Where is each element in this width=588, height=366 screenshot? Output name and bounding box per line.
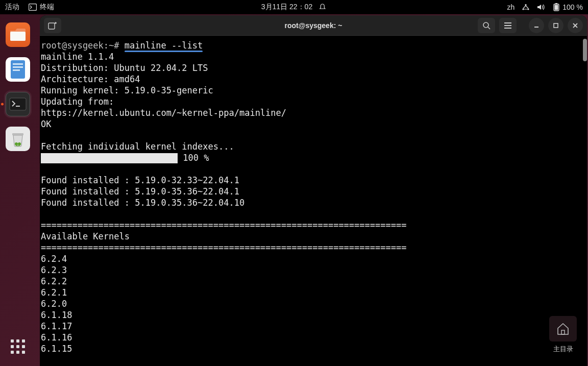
- maximize-button[interactable]: [548, 18, 564, 33]
- kernel-list: 6.2.4 6.2.3 6.2.2 6.2.1 6.2.0 6.1.18 6.1…: [41, 253, 586, 354]
- svg-point-3: [528, 8, 529, 10]
- desktop-home-shortcut[interactable]: 主目录: [549, 316, 577, 354]
- svg-point-15: [15, 142, 18, 145]
- top-bar: 活动 终端 3月11日 22：02 zh 100 %: [0, 0, 588, 14]
- desktop-home-label: 主目录: [549, 345, 577, 354]
- close-icon: [572, 22, 578, 29]
- window-titlebar: root@sysgeek: ~: [40, 15, 587, 36]
- svg-point-18: [483, 22, 488, 28]
- search-button[interactable]: [478, 18, 495, 33]
- input-lang[interactable]: zh: [507, 3, 515, 11]
- hamburger-menu-button[interactable]: [499, 18, 517, 33]
- svg-rect-9: [13, 63, 23, 65]
- terminal-output-middle: Found installed : 5.19.0-32.33~22.04.1 F…: [41, 163, 586, 253]
- svg-rect-6: [555, 5, 558, 10]
- prompt-prefix: root@sysgeek:~#: [41, 40, 119, 51]
- minimize-icon: [533, 22, 540, 29]
- battery-indicator[interactable]: 100 %: [552, 3, 583, 11]
- dock-terminal[interactable]: [6, 92, 30, 116]
- svg-rect-24: [554, 23, 558, 28]
- new-tab-icon: [48, 21, 57, 30]
- maximize-icon: [553, 22, 559, 29]
- scrollbar-thumb[interactable]: [583, 39, 587, 61]
- hamburger-icon: [504, 22, 512, 29]
- progress-bar: [41, 153, 178, 163]
- battery-icon: [552, 3, 560, 11]
- new-tab-button[interactable]: [44, 18, 61, 33]
- svg-rect-10: [13, 66, 23, 68]
- home-icon: [549, 316, 577, 341]
- terminal-output-header: mainline 1.1.4 Distribution: Ubuntu 22.0…: [41, 51, 586, 152]
- clock[interactable]: 3月11日 22：02: [261, 3, 312, 12]
- svg-rect-11: [13, 69, 20, 71]
- volume-icon[interactable]: [537, 3, 545, 11]
- svg-rect-7: [10, 32, 26, 41]
- svg-rect-27: [561, 330, 565, 334]
- minimize-button[interactable]: [529, 18, 544, 33]
- svg-rect-17: [48, 23, 55, 29]
- terminal-window: root@sysgeek: ~ root@sysgeek:~# mainline…: [40, 15, 587, 366]
- svg-rect-14: [12, 133, 23, 135]
- terminal-small-icon: [29, 3, 37, 11]
- app-name-label: 终端: [40, 3, 54, 12]
- close-button[interactable]: [568, 18, 583, 33]
- search-icon: [482, 21, 491, 30]
- app-indicator[interactable]: 终端: [29, 3, 54, 12]
- dock: [0, 14, 36, 366]
- activities-button[interactable]: 活动: [5, 3, 19, 12]
- svg-point-16: [18, 142, 21, 145]
- svg-rect-5: [555, 3, 557, 4]
- svg-rect-0: [29, 4, 37, 11]
- dock-writer[interactable]: [6, 57, 30, 82]
- progress-pct: 100 %: [178, 153, 209, 163]
- network-icon[interactable]: [522, 3, 530, 11]
- svg-point-1: [525, 4, 527, 6]
- svg-rect-12: [10, 98, 26, 110]
- window-title: root@sysgeek: ~: [285, 21, 342, 30]
- bell-icon[interactable]: [318, 3, 327, 11]
- dock-trash[interactable]: [6, 127, 30, 151]
- battery-label: 100 %: [562, 3, 583, 11]
- show-apps-button[interactable]: [8, 336, 28, 357]
- dock-files[interactable]: [6, 22, 30, 47]
- terminal-viewport[interactable]: root@sysgeek:~# mainline --list mainline…: [40, 36, 587, 366]
- svg-line-19: [488, 27, 490, 29]
- entered-command: mainline --list: [125, 40, 203, 51]
- svg-point-2: [523, 8, 524, 10]
- command-underline: [125, 51, 203, 52]
